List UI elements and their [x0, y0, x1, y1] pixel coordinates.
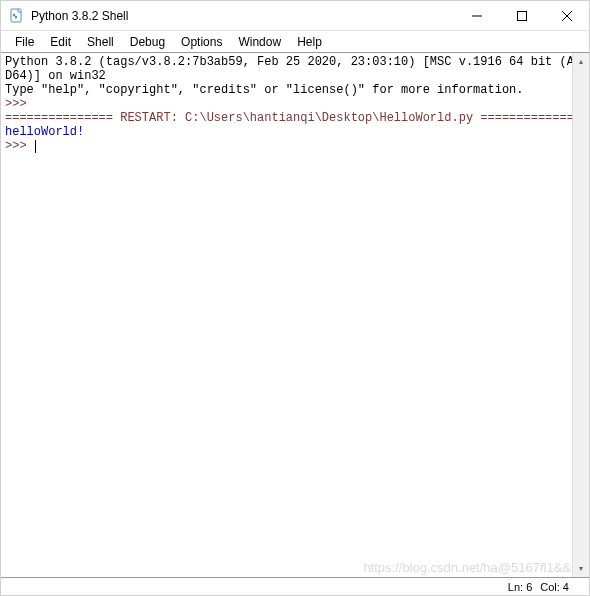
status-col: Col: 4 [540, 581, 569, 593]
menu-window[interactable]: Window [230, 33, 289, 51]
menu-options[interactable]: Options [173, 33, 230, 51]
menubar: File Edit Shell Debug Options Window Hel… [1, 31, 589, 53]
svg-rect-0 [11, 9, 21, 22]
minimize-button[interactable] [454, 1, 499, 30]
maximize-button[interactable] [499, 1, 544, 30]
prompt: >>> [5, 97, 34, 111]
banner-line: Type "help", "copyright", "credits" or "… [5, 83, 523, 97]
menu-edit[interactable]: Edit [42, 33, 79, 51]
watermark-text: https://blog.csdn.net/ha@5167fl1&& [363, 560, 571, 575]
window-title: Python 3.8.2 Shell [31, 9, 454, 23]
restart-line: =============== RESTART: C:\Users\hantia… [5, 111, 581, 125]
status-line: Ln: 6 [508, 581, 532, 593]
text-cursor [35, 140, 36, 153]
app-icon [9, 8, 25, 24]
titlebar: Python 3.8.2 Shell [1, 1, 589, 31]
menu-debug[interactable]: Debug [122, 33, 173, 51]
svg-rect-2 [517, 11, 526, 20]
editor-area[interactable]: Python 3.8.2 (tags/v3.8.2:7b3ab59, Feb 2… [1, 53, 589, 577]
scroll-up-arrow[interactable]: ▴ [573, 53, 589, 70]
menu-file[interactable]: File [7, 33, 42, 51]
menu-help[interactable]: Help [289, 33, 330, 51]
window-controls [454, 1, 589, 30]
menu-shell[interactable]: Shell [79, 33, 122, 51]
console-text[interactable]: Python 3.8.2 (tags/v3.8.2:7b3ab59, Feb 2… [1, 53, 589, 155]
scroll-down-arrow[interactable]: ▾ [573, 560, 589, 577]
vertical-scrollbar[interactable]: ▴ ▾ [572, 53, 589, 577]
scroll-track[interactable] [573, 70, 589, 560]
output-line: helloWorld! [5, 125, 84, 139]
statusbar: Ln: 6 Col: 4 [1, 577, 589, 595]
banner-line: Python 3.8.2 (tags/v3.8.2:7b3ab59, Feb 2… [5, 55, 581, 83]
close-button[interactable] [544, 1, 589, 30]
prompt: >>> [5, 139, 34, 153]
